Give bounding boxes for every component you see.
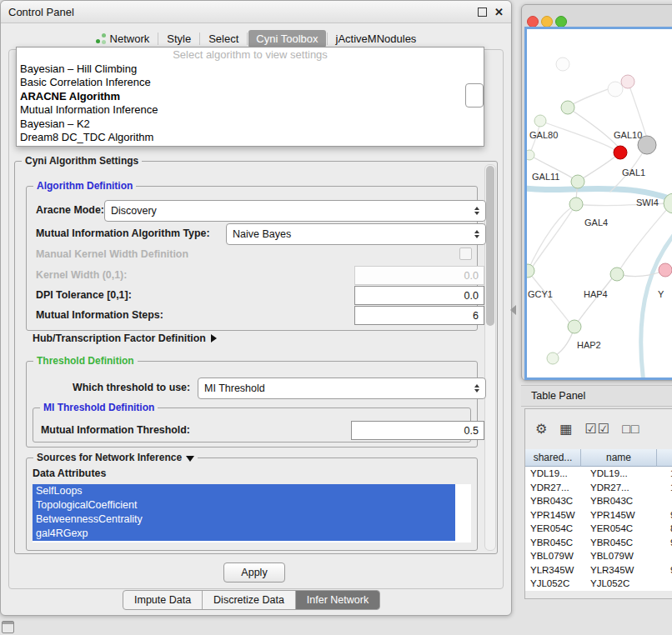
node-label-hap4: HAP4	[584, 289, 608, 299]
sources-group-title[interactable]: Sources for Network Inference	[33, 452, 198, 463]
mi-steps-field[interactable]: 6	[354, 306, 484, 325]
table-row[interactable]: YBR045CYBR045C9.	[525, 536, 672, 550]
mi-algorithm-type-value: Naive Bayes	[233, 228, 291, 240]
table-cell: 9.	[665, 563, 672, 578]
table-cell: YBR043C	[525, 494, 585, 508]
table-row[interactable]: YLR345WYLR345W9.	[525, 563, 672, 578]
column-header-shared[interactable]: shared...	[525, 449, 581, 467]
tab-jactivemnodules[interactable]: jActiveMNodules	[328, 30, 424, 48]
table-cell: 13	[665, 467, 672, 481]
network-node-green[interactable]	[561, 101, 574, 114]
bottom-tab-infer-network[interactable]: Infer Network	[296, 591, 379, 609]
network-node-green2[interactable]	[547, 352, 559, 364]
kernel-width-field: 0.0	[354, 266, 484, 285]
network-node-green2[interactable]	[527, 150, 534, 160]
attribute-item-selfloops[interactable]: SelfLoops	[33, 484, 455, 498]
collapsed-arrow-icon	[211, 334, 217, 342]
hub-definition-toggle[interactable]: Hub/Transcription Factor Definition	[33, 332, 217, 344]
titlebar-icons: ✕	[478, 7, 504, 18]
algorithm-option-mutual-information-inference[interactable]: Mutual Information Inference	[17, 103, 484, 117]
network-node-green[interactable]	[571, 175, 584, 188]
network-canvas[interactable]: GAL80GAL10GAL11GAL1SWI4GAL4GCY1HAP4YHAP2	[524, 27, 672, 380]
zoom-traffic-light[interactable]	[555, 16, 567, 28]
tab-divider	[247, 32, 248, 45]
which-threshold-label: Which threshold to use:	[73, 382, 190, 393]
tab-style[interactable]: Style	[159, 30, 198, 48]
columns-icon[interactable]: ▦	[559, 422, 573, 436]
network-node-pink[interactable]	[621, 75, 634, 88]
table-row[interactable]: YBL079WYBL079W	[525, 549, 672, 563]
network-node-green[interactable]	[610, 268, 624, 281]
close-icon[interactable]: ✕	[494, 7, 504, 18]
settings-scrollbar-thumb[interactable]	[486, 166, 494, 326]
window-title: Control Panel	[8, 6, 74, 18]
tab-label: jActiveMNodules	[336, 32, 417, 45]
bottom-tab-discretize-data[interactable]: Discretize Data	[203, 591, 296, 609]
splitter-collapse-arrow[interactable]	[510, 305, 516, 315]
algorithm-dropdown-prompt: Select algorithm to view settings	[17, 48, 484, 62]
network-edge	[574, 278, 612, 327]
network-node-ghost[interactable]	[608, 82, 623, 97]
network-node-green[interactable]	[568, 320, 581, 333]
window-icon[interactable]	[2, 621, 14, 633]
select-empty-icon[interactable]: □□	[622, 422, 639, 436]
which-threshold-select[interactable]: MI Threshold	[198, 378, 486, 399]
select-checked-icon[interactable]: ☑☑	[584, 422, 610, 436]
settings-scrollbar-track[interactable]	[484, 164, 496, 551]
table-cell: YBL079W	[585, 549, 665, 563]
gear-icon[interactable]: ⚙	[535, 422, 548, 436]
algorithm-dropdown-items: Bayesian – Hill ClimbingBasic Correlatio…	[17, 62, 484, 144]
table-row[interactable]: YBR043CYBR043C	[525, 494, 672, 508]
table-row[interactable]: YJL052CYJL052C	[525, 577, 672, 591]
table-cell: YJL052C	[525, 577, 585, 591]
tab-select[interactable]: Select	[201, 30, 246, 48]
which-threshold-value: MI Threshold	[204, 382, 265, 394]
aracne-mode-select[interactable]: Discovery	[104, 200, 486, 222]
mi-threshold-field[interactable]: 0.5	[351, 421, 484, 440]
table-row[interactable]: YER054CYER054C8.	[525, 522, 672, 536]
network-node-ghost[interactable]	[556, 58, 569, 71]
algorithm-option-dream8-dc-tdc-algorithm[interactable]: Dream8 DC_TDC Algorithm	[17, 131, 484, 144]
attribute-item-gal4rgexp[interactable]: gal4RGexp	[33, 527, 455, 541]
tab-cyni-toolbox[interactable]: Cyni Toolbox	[248, 30, 325, 48]
dpi-tolerance-field[interactable]: 0.0	[354, 286, 484, 305]
control-panel-window: Control Panel ✕ NetworkStyleSelectCyni T…	[0, 0, 512, 616]
manual-kernel-width-label: Manual Kernel Width Definition	[36, 248, 188, 260]
mi-algorithm-type-select[interactable]: Naive Bayes	[226, 223, 486, 245]
stepper-arrows-icon	[474, 207, 479, 215]
apply-button[interactable]: Apply	[223, 562, 285, 582]
attribute-item-topologicalcoefficient[interactable]: TopologicalCoefficient	[33, 498, 455, 512]
table-cell: YDR27...	[525, 481, 585, 495]
attribute-item-betweennesscentrality[interactable]: BetweennessCentrality	[33, 512, 455, 527]
network-graph: GAL80GAL10GAL11GAL1SWI4GAL4GCY1HAP4YHAP2	[527, 29, 672, 378]
close-traffic-light[interactable]	[527, 16, 539, 28]
table-cell: YER054C	[525, 522, 585, 536]
table-cell: YDL19...	[585, 467, 665, 481]
tab-label: Style	[167, 32, 191, 45]
stepper-arrows-icon	[474, 230, 479, 238]
column-header-2[interactable]	[657, 449, 672, 467]
aracne-mode-value: Discovery	[111, 205, 157, 217]
network-node-red[interactable]	[614, 146, 627, 159]
table-row[interactable]: YDR27...YDR27...12	[525, 481, 672, 495]
algorithm-option-bayesian-k2[interactable]: Bayesian – K2	[17, 118, 484, 131]
algorithm-option-basic-correlation-inference[interactable]: Basic Correlation Inference	[17, 76, 484, 89]
column-header-name[interactable]: name	[581, 449, 657, 467]
network-node-salmon[interactable]	[659, 263, 672, 277]
network-node-green2[interactable]	[534, 115, 546, 127]
table-panel-toolbar: ⚙▦☑☑□□	[525, 409, 672, 449]
float-window-icon[interactable]	[478, 8, 487, 17]
table-cell: YJL052C	[585, 577, 665, 591]
network-node-green[interactable]	[569, 198, 583, 211]
algorithm-option-aracne-algorithm[interactable]: ARACNE Algorithm	[17, 90, 484, 103]
tab-network[interactable]: Network	[88, 30, 158, 48]
dpi-tolerance-value: 0.0	[464, 290, 479, 302]
table-row[interactable]: YDL19...YDL19...13	[525, 467, 672, 481]
node-label-gal4: GAL4	[584, 218, 608, 228]
cyni-algorithm-settings-title: Cyni Algorithm Settings	[22, 155, 142, 167]
bottom-tab-impute-data[interactable]: Impute Data	[123, 591, 203, 609]
algorithm-option-bayesian-hill-climbing[interactable]: Bayesian – Hill Climbing	[17, 62, 484, 76]
tab-divider	[158, 32, 158, 45]
table-row[interactable]: YPR145WYPR145W9.	[525, 508, 672, 522]
minimize-traffic-light[interactable]	[541, 16, 553, 28]
